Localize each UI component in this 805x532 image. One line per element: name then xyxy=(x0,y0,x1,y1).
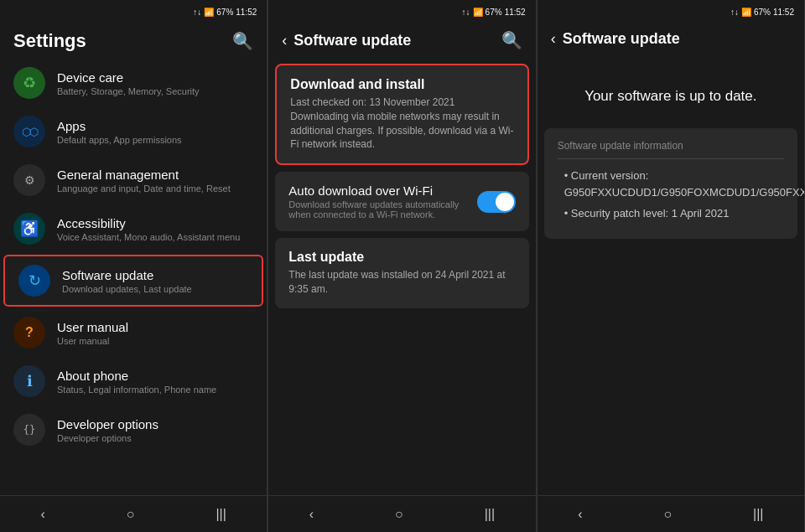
apps-icon: ⬡⬡ xyxy=(13,116,45,147)
battery-text: 67% xyxy=(216,8,233,17)
bottom-nav-3: ‹ ○ ||| xyxy=(538,495,804,532)
download-install-title: Download and install xyxy=(290,77,513,92)
panel-settings: ↑↓ 📶 67% 11:52 Settings 🔍 ♻ Device care … xyxy=(0,0,267,532)
battery-text-2: 67% xyxy=(486,8,502,17)
software-update-subtitle: Download updates, Last update xyxy=(62,284,248,294)
header-left-3: ‹ Software update xyxy=(551,30,680,48)
panel-up-to-date: ↑↓ 📶 67% 11:52 ‹ Software update Your so… xyxy=(538,0,805,532)
settings-item-general[interactable]: ⚙ General management Language and input,… xyxy=(0,156,267,204)
device-care-title: Device care xyxy=(57,70,253,85)
recents-button-3[interactable]: ||| xyxy=(736,500,780,529)
back-arrow-3[interactable]: ‹ xyxy=(551,30,556,48)
settings-title: Settings xyxy=(13,30,86,52)
device-care-icon: ♻ xyxy=(13,67,45,99)
up-to-date-message: Your software is up to date. xyxy=(538,54,804,121)
panel-software-update: ↑↓ 📶 67% 11:52 ‹ Software update 🔍 Downl… xyxy=(268,0,536,532)
apps-subtitle: Default apps, App permissions xyxy=(57,135,253,145)
settings-item-device-care[interactable]: ♻ Device care Battery, Storage, Memory, … xyxy=(0,59,267,107)
home-button-2[interactable]: ○ xyxy=(378,500,420,529)
auto-download-toggle[interactable] xyxy=(477,191,516,213)
search-icon[interactable]: 🔍 xyxy=(232,31,253,51)
apps-title: Apps xyxy=(57,119,253,133)
auto-download-title: Auto download over Wi-Fi xyxy=(288,183,476,198)
status-bar-2: ↑↓ 📶 67% 11:52 xyxy=(268,0,535,23)
general-title: General management xyxy=(57,168,253,182)
about-phone-subtitle: Status, Legal information, Phone name xyxy=(57,385,253,395)
up-to-date-header: ‹ Software update xyxy=(538,23,804,54)
settings-list: ♻ Device care Battery, Storage, Memory, … xyxy=(0,59,267,495)
back-arrow-2[interactable]: ‹ xyxy=(282,32,287,49)
header-left-2: ‹ Software update xyxy=(282,32,411,49)
software-update-header: ‹ Software update 🔍 xyxy=(268,23,535,57)
back-button-1[interactable]: ‹ xyxy=(23,500,61,529)
signal-icon: ↑↓ xyxy=(193,8,201,17)
wifi-icon: 📶 xyxy=(204,8,214,17)
download-install-item[interactable]: Download and install Last checked on: 13… xyxy=(275,64,528,165)
settings-item-developer-options[interactable]: {} Developer options Developer options xyxy=(0,405,267,454)
developer-options-icon: {} xyxy=(13,414,45,446)
bottom-nav-2: ‹ ○ ||| xyxy=(268,495,535,532)
about-phone-icon: ℹ xyxy=(13,365,45,397)
software-update-icon: ↻ xyxy=(18,265,50,297)
last-update-title: Last update xyxy=(288,250,515,265)
software-update-content: Download and install Last checked on: 13… xyxy=(268,57,535,495)
bottom-nav-1: ‹ ○ ||| xyxy=(0,495,267,532)
settings-item-about-phone[interactable]: ℹ About phone Status, Legal information,… xyxy=(0,357,267,405)
settings-item-user-manual[interactable]: ? User manual User manual xyxy=(0,308,267,357)
software-update-header-title: Software update xyxy=(293,32,411,49)
about-phone-text: About phone Status, Legal information, P… xyxy=(57,369,253,395)
info-version: Current version: G950FXXUCDUD1/G950FOXMC… xyxy=(558,168,784,200)
status-bar-1: ↑↓ 📶 67% 11:52 xyxy=(0,0,267,23)
status-bar-3: ↑↓ 📶 67% 11:52 xyxy=(538,0,804,23)
time-display: 11:52 xyxy=(236,8,257,17)
recents-button-1[interactable]: ||| xyxy=(199,500,242,529)
up-to-date-content: Your software is up to date. Software up… xyxy=(538,54,804,495)
user-manual-title: User manual xyxy=(57,320,253,334)
info-box-title: Software update information xyxy=(558,140,784,159)
general-icon: ⚙ xyxy=(13,164,45,196)
last-update-desc: The last update was installed on 24 Apri… xyxy=(288,268,515,297)
auto-download-item: Auto download over Wi-Fi Download softwa… xyxy=(275,172,528,231)
accessibility-text: Accessibility Voice Assistant, Mono audi… xyxy=(57,216,253,242)
time-display-2: 11:52 xyxy=(505,8,526,17)
accessibility-subtitle: Voice Assistant, Mono audio, Assistant m… xyxy=(57,232,253,242)
signal-icon-3: ↑↓ xyxy=(730,8,739,17)
user-manual-text: User manual User manual xyxy=(57,320,253,346)
settings-header: Settings 🔍 xyxy=(0,23,267,59)
settings-item-software-update[interactable]: ↻ Software update Download updates, Last… xyxy=(3,255,263,307)
general-text: General management Language and input, D… xyxy=(57,168,253,194)
search-icon-2[interactable]: 🔍 xyxy=(501,30,522,50)
accessibility-icon: ♿ xyxy=(13,213,45,245)
home-button-3[interactable]: ○ xyxy=(647,500,688,529)
back-button-2[interactable]: ‹ xyxy=(293,500,330,529)
wifi-icon-3: 📶 xyxy=(741,8,751,17)
signal-icon-2: ↑↓ xyxy=(462,8,470,17)
battery-text-3: 67% xyxy=(754,8,771,17)
wifi-icon-2: 📶 xyxy=(473,8,483,17)
developer-options-text: Developer options Developer options xyxy=(57,417,253,443)
settings-item-accessibility[interactable]: ♿ Accessibility Voice Assistant, Mono au… xyxy=(0,204,267,253)
time-display-3: 11:52 xyxy=(773,8,794,17)
device-care-subtitle: Battery, Storage, Memory, Security xyxy=(57,86,253,96)
general-subtitle: Language and input, Date and time, Reset xyxy=(57,183,253,194)
apps-text: Apps Default apps, App permissions xyxy=(57,119,253,145)
home-button-1[interactable]: ○ xyxy=(110,500,152,529)
developer-options-title: Developer options xyxy=(57,417,253,431)
info-security-patch: Security patch level: 1 April 2021 xyxy=(558,205,784,222)
auto-download-text: Auto download over Wi-Fi Download softwa… xyxy=(288,183,476,220)
back-button-3[interactable]: ‹ xyxy=(561,500,599,529)
device-care-text: Device care Battery, Storage, Memory, Se… xyxy=(57,70,253,96)
up-to-date-header-title: Software update xyxy=(563,30,680,48)
last-update-item[interactable]: Last update The last update was installe… xyxy=(275,238,528,308)
accessibility-title: Accessibility xyxy=(57,216,253,230)
software-info-box: Software update information Current vers… xyxy=(544,128,797,239)
settings-item-apps[interactable]: ⬡⬡ Apps Default apps, App permissions xyxy=(0,107,267,156)
developer-options-subtitle: Developer options xyxy=(57,433,253,443)
about-phone-title: About phone xyxy=(57,369,253,383)
download-install-desc: Last checked on: 13 November 2021 Downlo… xyxy=(290,96,513,152)
software-update-title: Software update xyxy=(62,268,248,282)
user-manual-subtitle: User manual xyxy=(57,336,253,346)
software-update-text: Software update Download updates, Last u… xyxy=(62,268,248,294)
recents-button-2[interactable]: ||| xyxy=(468,500,512,529)
auto-download-desc: Download software updates automatically … xyxy=(288,199,476,220)
